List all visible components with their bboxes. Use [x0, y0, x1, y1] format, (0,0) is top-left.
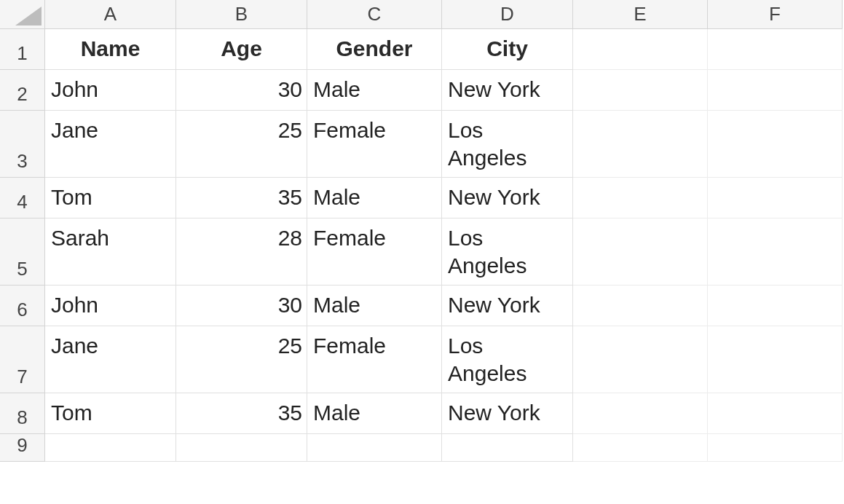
row-header-9[interactable]: 9 — [0, 434, 45, 462]
cell-a1[interactable]: Name — [45, 29, 176, 70]
cell-e9[interactable] — [573, 434, 708, 462]
cell-c1[interactable]: Gender — [307, 29, 442, 70]
cell-d2[interactable]: New York — [442, 70, 573, 111]
cell-f8[interactable] — [708, 393, 843, 434]
row-header-7[interactable]: 7 — [0, 326, 45, 393]
cell-d5[interactable]: Los Angeles — [442, 218, 573, 286]
cell-b7[interactable]: 25 — [176, 326, 307, 393]
cell-c3[interactable]: Female — [307, 111, 442, 178]
cell-a7[interactable]: Jane — [45, 326, 176, 393]
cell-d6[interactable]: New York — [442, 286, 573, 326]
cell-a5[interactable]: Sarah — [45, 218, 176, 286]
row-header-4[interactable]: 4 — [0, 178, 45, 218]
row-header-2[interactable]: 2 — [0, 70, 45, 111]
cell-f6[interactable] — [708, 286, 843, 326]
cell-a8[interactable]: Tom — [45, 393, 176, 434]
col-header-e[interactable]: E — [573, 0, 708, 29]
cell-a3[interactable]: Jane — [45, 111, 176, 178]
row-header-6[interactable]: 6 — [0, 286, 45, 326]
cell-b5[interactable]: 28 — [176, 218, 307, 286]
cell-f2[interactable] — [708, 70, 843, 111]
spreadsheet-grid[interactable]: A B C D E F 1 Name Age Gender City 2 Joh… — [0, 0, 844, 462]
row-header-5[interactable]: 5 — [0, 218, 45, 286]
cell-b2[interactable]: 30 — [176, 70, 307, 111]
cell-a6[interactable]: John — [45, 286, 176, 326]
col-header-b[interactable]: B — [176, 0, 307, 29]
col-header-d[interactable]: D — [442, 0, 573, 29]
select-all-corner[interactable] — [0, 0, 45, 29]
row-header-3[interactable]: 3 — [0, 111, 45, 178]
row-header-1[interactable]: 1 — [0, 29, 45, 70]
cell-c5[interactable]: Female — [307, 218, 442, 286]
cell-c6[interactable]: Male — [307, 286, 442, 326]
cell-c4[interactable]: Male — [307, 178, 442, 218]
cell-d4[interactable]: New York — [442, 178, 573, 218]
cell-b9[interactable] — [176, 434, 307, 462]
cell-e2[interactable] — [573, 70, 708, 111]
col-header-f[interactable]: F — [708, 0, 843, 29]
cell-e6[interactable] — [573, 286, 708, 326]
cell-e3[interactable] — [573, 111, 708, 178]
cell-b6[interactable]: 30 — [176, 286, 307, 326]
cell-f5[interactable] — [708, 218, 843, 286]
cell-a2[interactable]: John — [45, 70, 176, 111]
cell-c8[interactable]: Male — [307, 393, 442, 434]
col-header-a[interactable]: A — [45, 0, 176, 29]
row-header-8[interactable]: 8 — [0, 393, 45, 434]
cell-f9[interactable] — [708, 434, 843, 462]
cell-a9[interactable] — [45, 434, 176, 462]
col-header-c[interactable]: C — [307, 0, 442, 29]
cell-e8[interactable] — [573, 393, 708, 434]
cell-f4[interactable] — [708, 178, 843, 218]
cell-c2[interactable]: Male — [307, 70, 442, 111]
cell-f3[interactable] — [708, 111, 843, 178]
cell-e7[interactable] — [573, 326, 708, 393]
cell-b8[interactable]: 35 — [176, 393, 307, 434]
cell-f7[interactable] — [708, 326, 843, 393]
cell-e4[interactable] — [573, 178, 708, 218]
cell-c7[interactable]: Female — [307, 326, 442, 393]
cell-d7[interactable]: Los Angeles — [442, 326, 573, 393]
cell-c9[interactable] — [307, 434, 442, 462]
cell-d8[interactable]: New York — [442, 393, 573, 434]
cell-e1[interactable] — [573, 29, 708, 70]
cell-d1[interactable]: City — [442, 29, 573, 70]
cell-a4[interactable]: Tom — [45, 178, 176, 218]
cell-e5[interactable] — [573, 218, 708, 286]
cell-d9[interactable] — [442, 434, 573, 462]
cell-b4[interactable]: 35 — [176, 178, 307, 218]
cell-f1[interactable] — [708, 29, 843, 70]
cell-b1[interactable]: Age — [176, 29, 307, 70]
cell-b3[interactable]: 25 — [176, 111, 307, 178]
cell-d3[interactable]: Los Angeles — [442, 111, 573, 178]
